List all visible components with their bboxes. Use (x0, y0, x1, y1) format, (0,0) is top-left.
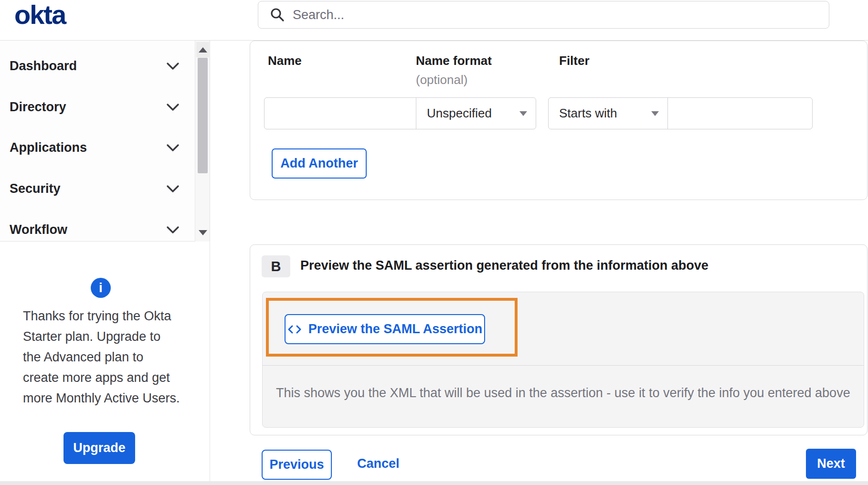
sidebar-item-directory[interactable]: Directory (0, 95, 194, 119)
filter-operator-selected-value: Starts with (559, 106, 617, 121)
sidebar: Dashboard Directory Applications Securit… (0, 41, 210, 485)
sidebar-item-security[interactable]: Security (0, 176, 194, 201)
promo-line: Starter plan. Upgrade to (23, 327, 185, 347)
upgrade-button[interactable]: Upgrade (64, 432, 135, 464)
name-format-column-label: Name format (416, 53, 492, 68)
promo-line: the Advanced plan to (23, 347, 185, 368)
sidebar-item-applications[interactable]: Applications (0, 135, 194, 160)
scroll-down-button[interactable] (196, 225, 209, 240)
add-another-button[interactable]: Add Another (272, 148, 367, 179)
search-placeholder: Search... (293, 8, 344, 22)
attribute-name-input[interactable] (264, 97, 416, 129)
horizontal-scrollbar[interactable] (0, 481, 868, 485)
sidebar-item-label: Applications (10, 135, 87, 160)
chevron-down-icon (166, 226, 180, 234)
promo-line: more Monthly Active Users. (23, 388, 185, 409)
previous-button[interactable]: Previous (262, 450, 332, 480)
cancel-link[interactable]: Cancel (357, 456, 400, 471)
name-format-select[interactable]: Unspecified (416, 97, 536, 129)
scroll-up-button[interactable] (196, 42, 209, 57)
trial-promo-text: Thanks for trying the Okta Starter plan.… (23, 306, 185, 409)
okta-admin-page: okta Search... Dashboard Directory Appli… (0, 0, 868, 485)
search-icon (270, 7, 285, 22)
chevron-down-icon (166, 103, 180, 112)
section-b-badge: B (262, 255, 290, 277)
next-button[interactable]: Next (806, 449, 856, 479)
filter-column-label: Filter (559, 53, 590, 68)
sidebar-item-label: Security (10, 176, 61, 201)
dropdown-caret-icon (519, 111, 527, 116)
sidebar-item-dashboard[interactable]: Dashboard (0, 53, 194, 78)
promo-line: Thanks for trying the Okta (23, 306, 185, 327)
preview-button-label: Preview the SAML Assertion (308, 322, 483, 337)
sidebar-item-label: Directory (10, 95, 66, 119)
sidebar-nav: Dashboard Directory Applications Securit… (0, 41, 210, 242)
attribute-statement-card: Name Name format (optional) Filter Unspe… (250, 41, 868, 200)
code-icon (287, 325, 302, 334)
preview-helper-text: This shows you the XML that will be used… (276, 386, 850, 401)
sidebar-scrollbar[interactable] (195, 41, 210, 242)
section-b-title: Preview the SAML assertion generated fro… (300, 258, 709, 273)
chevron-down-icon (166, 62, 180, 71)
sidebar-item-label: Workflow (10, 217, 67, 242)
top-header: okta Search... (0, 0, 868, 41)
info-icon: i (91, 278, 111, 298)
chevron-down-icon (166, 144, 180, 152)
sidebar-item-workflow[interactable]: Workflow (0, 217, 194, 242)
filter-value-input[interactable] (667, 97, 813, 129)
scrollbar-thumb[interactable] (198, 58, 208, 173)
name-column-label: Name (268, 53, 302, 68)
preview-saml-assertion-button[interactable]: Preview the SAML Assertion (285, 314, 485, 344)
chevron-down-icon (166, 185, 180, 193)
preview-assertion-card: B Preview the SAML assertion generated f… (250, 244, 868, 435)
filter-operator-select[interactable]: Starts with (548, 97, 668, 129)
sidebar-item-label: Dashboard (10, 53, 77, 78)
triangle-up-icon (199, 47, 207, 53)
panel-divider (263, 365, 864, 366)
triangle-down-icon (199, 230, 207, 235)
name-format-optional-label: (optional) (416, 73, 467, 87)
okta-logo: okta (14, 0, 65, 30)
name-format-selected-value: Unspecified (427, 106, 492, 121)
promo-line: create more apps and get (23, 368, 185, 388)
search-input[interactable]: Search... (258, 1, 829, 29)
dropdown-caret-icon (651, 111, 659, 116)
preview-panel: Preview the SAML Assertion This shows yo… (262, 292, 864, 428)
